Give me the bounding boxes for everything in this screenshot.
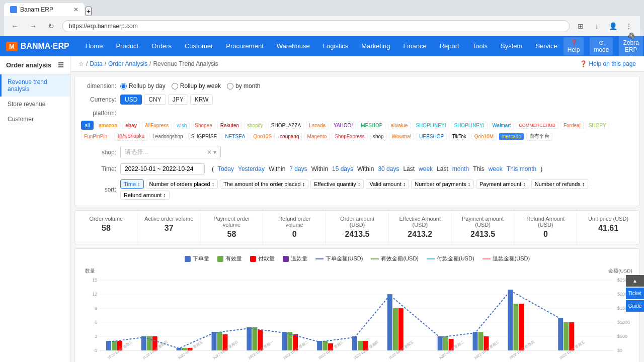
nav-orders[interactable]: Orders: [145, 36, 178, 56]
platform-lazada[interactable]: Lazada: [306, 122, 329, 129]
filter-dimension-row: dimension: Rollup by day Rollup by week …: [81, 82, 633, 89]
time-last-week[interactable]: week: [419, 165, 433, 172]
sort-refunds-count[interactable]: Number of refunds ↕: [531, 179, 589, 189]
platform-wish[interactable]: wish: [174, 122, 190, 129]
time-15days[interactable]: 15 days: [332, 165, 353, 172]
sort-orders-placed[interactable]: Number of orders placed ↕: [146, 179, 218, 189]
platform-shoplazza[interactable]: SHOPLAZZA: [268, 122, 304, 129]
sort-valid-amount[interactable]: Valid amount ↕: [366, 179, 409, 189]
platform-shoplineyi1[interactable]: SHOPLINEYI: [413, 122, 449, 129]
platform-fordeal[interactable]: Fordeal: [560, 122, 584, 129]
sidebar-item-revenue-trend[interactable]: Revenue trend analysis: [0, 74, 70, 97]
nav-product[interactable]: Product: [110, 36, 144, 56]
currency-cny[interactable]: CNY: [144, 95, 166, 105]
rollup-by-day-option[interactable]: Rollup by day: [120, 82, 166, 89]
reload-button[interactable]: ↻: [44, 19, 58, 33]
sidebar-item-customer[interactable]: Customer: [0, 112, 70, 127]
currency-usd[interactable]: USD: [120, 95, 142, 105]
ticket-button[interactable]: Ticket: [626, 288, 644, 299]
browser-tab-active[interactable]: Banam ERP ✕: [4, 3, 85, 16]
platform-shopku[interactable]: 超品Shopku: [114, 132, 147, 141]
rollup-by-week-option[interactable]: Rollup by week: [172, 82, 221, 89]
platform-alivalue[interactable]: alivalue: [388, 122, 411, 129]
time-7days[interactable]: 7 days: [289, 165, 307, 172]
svg-rect-54: [513, 304, 518, 350]
sort-payments-count[interactable]: Number of payments ↕: [411, 179, 474, 189]
scroll-top-button[interactable]: ▲: [626, 275, 644, 287]
nav-warehouse[interactable]: Warehouse: [271, 36, 316, 56]
time-this-month[interactable]: This month: [507, 165, 536, 172]
time-this-week[interactable]: week: [489, 165, 503, 172]
platform-amazon[interactable]: amazon: [96, 122, 120, 129]
platform-qoo10s[interactable]: Qoo10S: [250, 133, 275, 140]
rollup-by-day-radio[interactable]: [120, 83, 127, 89]
platform-shopee[interactable]: Shopee: [192, 122, 215, 129]
platform-tiktok[interactable]: TikTok: [449, 133, 469, 140]
platform-aliexpress[interactable]: AliExpress: [142, 122, 172, 129]
nav-system[interactable]: System: [495, 36, 528, 56]
nav-logistics[interactable]: Logistics: [317, 36, 355, 56]
platform-magento[interactable]: Magento: [304, 133, 330, 140]
platform-wowma[interactable]: Wowma!: [389, 133, 415, 140]
platform-qoo10m[interactable]: Qoo10M: [471, 133, 497, 140]
sort-order-amount[interactable]: The amount of the order placed ↕: [220, 179, 308, 189]
time-today[interactable]: Today: [218, 165, 234, 172]
shop-select[interactable]: 请选择... ✕ ▾: [120, 146, 221, 158]
mode-button[interactable]: ⊙ mode: [590, 37, 613, 55]
help-page-button[interactable]: ❓ Help on this page: [580, 60, 636, 67]
platform-mercado[interactable]: mercado: [499, 133, 524, 140]
platform-all[interactable]: all: [81, 121, 94, 130]
nav-service[interactable]: Service: [529, 36, 563, 56]
help-button[interactable]: ❓ Help: [564, 37, 584, 55]
sidebar-item-store-revenue[interactable]: Store revenue: [0, 97, 70, 112]
sort-payment-amount[interactable]: Payment amount ↕: [476, 179, 529, 189]
time-30days[interactable]: 30 days: [378, 165, 399, 172]
platform-funpinpin[interactable]: FunPinPin: [81, 133, 110, 140]
platform-shoplineyi2[interactable]: SHOPLINEYI: [451, 122, 487, 129]
currency-jpy[interactable]: JPY: [168, 95, 188, 105]
sort-effective-qty[interactable]: Effective quantity ↕: [310, 179, 364, 189]
nav-tools[interactable]: Tools: [466, 36, 494, 56]
platform-coupang[interactable]: coupang: [277, 133, 302, 140]
breadcrumb-order-analysis[interactable]: Order Analysis: [108, 60, 147, 67]
platform-shopexpress[interactable]: ShopExpress: [332, 133, 367, 140]
platform-shgprise[interactable]: SHGPRISE: [188, 133, 220, 140]
time-last-month[interactable]: month: [452, 165, 469, 172]
platform-netsea[interactable]: NETSEA: [222, 133, 248, 140]
address-bar[interactable]: [62, 20, 570, 32]
platform-ueeshop[interactable]: UEESHOP: [416, 133, 447, 140]
platform-shopy[interactable]: SHOPY: [586, 122, 609, 129]
nav-home[interactable]: Home: [79, 36, 109, 56]
close-tab-button[interactable]: ✕: [73, 6, 78, 13]
new-tab-button[interactable]: +: [86, 7, 92, 16]
rollup-by-month-option[interactable]: by month: [227, 82, 260, 89]
sort-time[interactable]: Time ↕: [120, 179, 144, 189]
sort-refund-amount[interactable]: Refund amount ↕: [120, 191, 170, 200]
rollup-by-month-radio[interactable]: [227, 83, 233, 89]
platform-yahoo[interactable]: YAHOO!: [331, 122, 356, 129]
platform-leadong[interactable]: Leadongshop: [149, 133, 186, 140]
guide-button[interactable]: Guide: [626, 300, 644, 312]
platform-walmart[interactable]: Walmart: [490, 122, 514, 129]
currency-krw[interactable]: KRW: [190, 95, 213, 105]
platform-shopify[interactable]: shopify: [244, 122, 266, 129]
breadcrumb-data[interactable]: Data: [90, 60, 102, 67]
platform-meshop[interactable]: MESHOP: [358, 122, 385, 129]
forward-button[interactable]: →: [26, 19, 40, 33]
nav-procurement[interactable]: Procurement: [220, 36, 269, 56]
nav-report[interactable]: Report: [434, 36, 465, 56]
platform-rakuten[interactable]: Rakuten: [217, 122, 242, 129]
nav-customer[interactable]: Customer: [179, 36, 219, 56]
time-range-input[interactable]: [120, 163, 205, 174]
back-button[interactable]: ←: [8, 19, 22, 33]
breadcrumb-home[interactable]: ☆: [78, 60, 84, 67]
nav-marketing[interactable]: Marketing: [355, 36, 396, 56]
time-yesterday[interactable]: Yesterday: [238, 165, 265, 172]
nav-finance[interactable]: Finance: [397, 36, 432, 56]
rollup-by-week-radio[interactable]: [172, 83, 178, 89]
platform-ziyou[interactable]: 自有平台: [526, 132, 552, 141]
platform-ebay[interactable]: ebay: [122, 122, 140, 129]
platform-commercehub[interactable]: COMMERCEHUB: [516, 122, 558, 129]
sidebar-menu-icon[interactable]: ☰: [58, 61, 64, 69]
platform-shop[interactable]: shop: [370, 133, 387, 140]
